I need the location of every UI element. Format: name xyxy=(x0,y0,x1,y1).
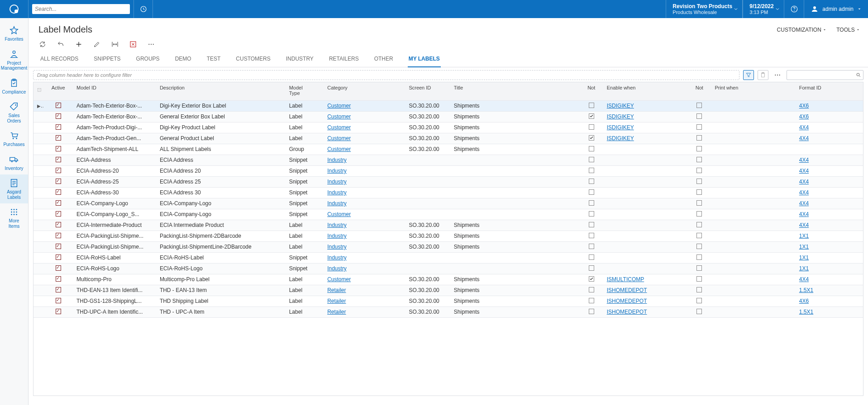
cell-link[interactable]: Customer xyxy=(327,103,351,109)
cell-link[interactable]: ISDIGIKEY xyxy=(607,103,634,109)
column-header[interactable]: Model ID xyxy=(73,82,156,100)
cell-link[interactable]: Customer xyxy=(327,135,351,141)
active-checkbox[interactable] xyxy=(56,146,61,151)
active-checkbox[interactable] xyxy=(56,254,61,260)
tab-test[interactable]: TEST xyxy=(206,51,222,67)
column-header[interactable]: Enable when xyxy=(603,82,687,100)
table-row[interactable]: Adam-Tech-Product-Digi-...Digi-Key Produ… xyxy=(33,122,863,133)
cell-link[interactable]: Industry xyxy=(327,157,347,163)
active-checkbox[interactable] xyxy=(56,309,61,314)
active-checkbox[interactable] xyxy=(56,265,61,271)
cell-link[interactable]: 4X4 xyxy=(799,157,809,163)
not-checkbox[interactable] xyxy=(696,265,702,271)
cell-link[interactable]: Customer xyxy=(327,113,351,120)
table-row[interactable]: AdamTech-Shipment-ALLALL Shipment Labels… xyxy=(33,144,863,155)
active-checkbox[interactable] xyxy=(56,233,61,238)
table-row[interactable]: THD-GS1-128-ShippingL...THD Shipping Lab… xyxy=(33,296,863,306)
not-checkbox[interactable] xyxy=(589,113,594,119)
table-row[interactable]: Multicomp-ProMulticomp-Pro LabelLabelCus… xyxy=(33,274,863,285)
not-checkbox[interactable] xyxy=(589,276,594,282)
cell-link[interactable]: 4X6 xyxy=(799,113,809,120)
not-checkbox[interactable] xyxy=(696,254,702,260)
table-row[interactable]: ECIA-Intermediate-ProductECIA Intermedia… xyxy=(33,220,863,231)
table-row[interactable]: ECIA-RoHS-LogoECIA-RoHS-LogoSnippetIndus… xyxy=(33,263,863,274)
not-checkbox[interactable] xyxy=(589,298,594,303)
active-checkbox[interactable] xyxy=(56,276,61,282)
sidebar-item-more-items[interactable]: MoreItems xyxy=(0,203,28,232)
cell-link[interactable]: 4X4 xyxy=(799,222,809,228)
cell-link[interactable]: ISDIGIKEY xyxy=(607,113,634,120)
cell-link[interactable]: 4X4 xyxy=(799,179,809,185)
active-checkbox[interactable] xyxy=(56,211,61,217)
not-checkbox[interactable] xyxy=(589,222,594,227)
add-row-button[interactable] xyxy=(75,40,83,48)
not-checkbox[interactable] xyxy=(696,179,702,184)
tab-groups[interactable]: GROUPS xyxy=(135,51,161,67)
cell-link[interactable]: 4X4 xyxy=(799,168,809,174)
active-checkbox[interactable] xyxy=(56,222,61,227)
more-actions-button[interactable] xyxy=(147,40,155,48)
cell-link[interactable]: ISHOMEDEPOT xyxy=(607,298,647,304)
cell-link[interactable]: Customer xyxy=(327,124,351,131)
not-checkbox[interactable] xyxy=(696,309,702,314)
not-checkbox[interactable] xyxy=(589,309,594,314)
table-row[interactable]: ECIA-PackingList-Shipme...PackingList-Sh… xyxy=(33,241,863,252)
active-checkbox[interactable] xyxy=(56,157,61,162)
table-row[interactable]: ECIA-Company-LogoECIA-Company-LogoSnippe… xyxy=(33,198,863,209)
sidebar-item-compliance[interactable]: Compliance xyxy=(0,75,28,99)
not-checkbox[interactable] xyxy=(696,276,702,282)
column-filter-drop-zone[interactable]: Drag column header here to configure fil… xyxy=(33,70,739,80)
not-checkbox[interactable] xyxy=(589,168,594,173)
clipboard-button[interactable] xyxy=(758,70,768,80)
revert-button[interactable] xyxy=(57,40,65,48)
not-checkbox[interactable] xyxy=(589,244,594,249)
not-checkbox[interactable] xyxy=(589,189,594,195)
search-icon[interactable] xyxy=(856,72,861,78)
not-checkbox[interactable] xyxy=(589,157,594,162)
cell-link[interactable]: 4X6 xyxy=(799,298,809,304)
table-row[interactable]: THD-EAN-13 Item Identifi...THD - EAN-13 … xyxy=(33,285,863,296)
table-row[interactable]: THD-UPC-A Item Identific...THD - UPC-A I… xyxy=(33,306,863,317)
not-checkbox[interactable] xyxy=(696,287,702,292)
table-row[interactable]: ECIA-Address-25ECIA Address 25SnippetInd… xyxy=(33,176,863,187)
cell-link[interactable]: ISHOMEDEPOT xyxy=(607,309,647,315)
column-header[interactable]: Not xyxy=(687,82,711,100)
table-row[interactable]: ▶Adam-Tech-Exterior-Box-...Digi-Key Exte… xyxy=(33,100,863,111)
column-header[interactable]: Not xyxy=(580,82,603,100)
tab-other[interactable]: OTHER xyxy=(373,51,394,67)
tab-customers[interactable]: CUSTOMERS xyxy=(235,51,271,67)
not-checkbox[interactable] xyxy=(696,298,702,303)
active-checkbox[interactable] xyxy=(56,168,61,173)
active-checkbox[interactable] xyxy=(56,113,61,119)
cell-link[interactable]: Industry xyxy=(327,265,347,272)
active-checkbox[interactable] xyxy=(56,244,61,249)
column-header[interactable]: Title xyxy=(450,82,580,100)
cell-link[interactable]: Industry xyxy=(327,179,347,185)
sidebar-item-purchases[interactable]: Purchases xyxy=(0,127,28,151)
cell-link[interactable]: 4X6 xyxy=(799,103,809,109)
not-checkbox[interactable] xyxy=(696,222,702,227)
user-menu[interactable]: admin admin xyxy=(804,0,868,18)
cell-link[interactable]: Industry xyxy=(327,244,347,250)
cell-link[interactable]: Industry xyxy=(327,233,347,239)
cell-link[interactable]: ISMULTICOMP xyxy=(607,276,644,283)
tab-retailers[interactable]: RETAILERS xyxy=(328,51,360,67)
edit-button[interactable] xyxy=(93,40,101,48)
table-row[interactable]: ECIA-Address-20ECIA Address 20SnippetInd… xyxy=(33,165,863,176)
column-header[interactable]: ModelType xyxy=(286,82,324,100)
not-checkbox[interactable] xyxy=(589,254,594,260)
not-checkbox[interactable] xyxy=(696,103,702,108)
quick-filter-input[interactable] xyxy=(789,72,856,78)
not-checkbox[interactable] xyxy=(696,113,702,119)
cell-link[interactable]: Retailer xyxy=(327,309,346,315)
table-row[interactable]: ECIA-RoHS-LabelECIA-RoHS-LabelSnippetInd… xyxy=(33,252,863,263)
not-checkbox[interactable] xyxy=(696,157,702,162)
not-checkbox[interactable] xyxy=(589,233,594,238)
sidebar-item-asgard-labels[interactable]: AsgardLabels xyxy=(0,174,28,203)
column-header[interactable]: Active xyxy=(43,82,73,100)
column-header[interactable]: Print when xyxy=(711,82,795,100)
fit-columns-button[interactable] xyxy=(111,40,119,48)
not-checkbox[interactable] xyxy=(696,189,702,195)
active-checkbox[interactable] xyxy=(56,298,61,303)
table-row[interactable]: ECIA-AddressECIA AddressSnippetIndustry4… xyxy=(33,155,863,165)
